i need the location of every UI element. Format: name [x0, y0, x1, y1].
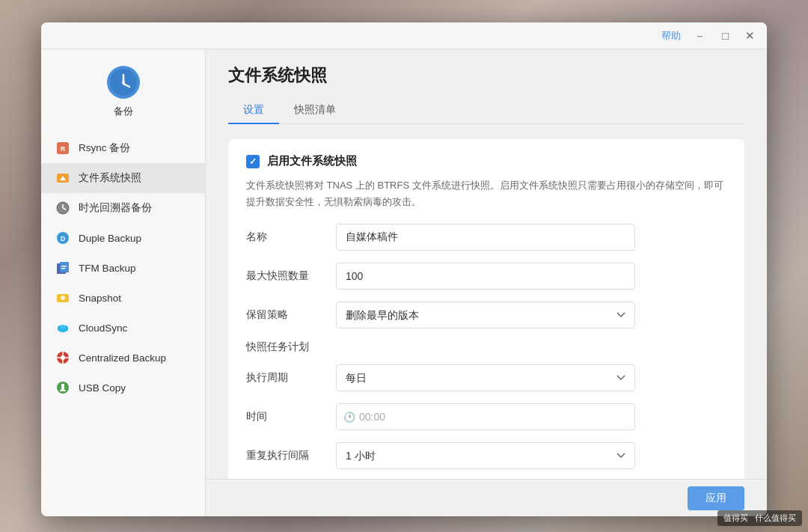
rsync-icon: R	[55, 140, 71, 156]
svg-point-19	[61, 296, 65, 300]
sidebar-item-cloudsync[interactable]: CloudSync	[41, 313, 205, 343]
restore-button[interactable]: □	[719, 28, 732, 43]
sidebar-item-centralized[interactable]: Centralized Backup	[41, 343, 205, 373]
name-input[interactable]	[336, 224, 635, 251]
watermark: 值得买 什么值得买	[717, 510, 802, 526]
form-row-time: 时间 🕐	[246, 403, 726, 430]
content-body: 启用文件系统快照 文件系统快照将对 TNAS 上的 BTRFS 文件系统进行快照…	[206, 124, 767, 516]
sidebar-app-title: 备份	[114, 105, 133, 118]
clock-icon: 🕐	[343, 412, 355, 423]
retention-control: 删除最早的版本 保留所有版本	[336, 302, 635, 328]
sidebar-label-duple: Duple Backup	[79, 233, 141, 244]
sidebar-item-duple[interactable]: D Duple Backup	[41, 223, 205, 253]
sidebar-label-snapshot: Snapshot	[79, 293, 121, 304]
content-header: 文件系统快照 设置 快照清单	[206, 49, 767, 124]
schedule-title: 快照任务计划	[246, 340, 726, 354]
tfm-icon	[55, 260, 71, 276]
svg-rect-16	[61, 266, 67, 267]
cloudsync-icon	[55, 319, 71, 336]
enable-checkbox[interactable]	[246, 155, 260, 168]
time-input-wrap: 🕐	[336, 403, 635, 430]
sidebar-item-filesystem-snapshot[interactable]: 文件系统快照	[41, 163, 205, 193]
page-title: 文件系统快照	[228, 64, 744, 87]
app-icon	[105, 64, 141, 100]
retention-label: 保留策略	[246, 308, 336, 322]
time-label: 时间	[246, 410, 336, 424]
apply-button[interactable]: 应用	[688, 486, 744, 510]
timemachine-icon	[55, 200, 71, 216]
sidebar-label-timemachine: 时光回溯器备份	[79, 201, 152, 215]
form-row-retention: 保留策略 删除最早的版本 保留所有版本	[246, 302, 726, 328]
sidebar-item-usb[interactable]: USB Copy	[41, 373, 205, 403]
sidebar: 备份 R Rsync 备份	[41, 49, 206, 516]
svg-point-23	[60, 325, 66, 329]
sidebar-item-rsync[interactable]: R Rsync 备份	[41, 133, 205, 163]
tab-snapshot-list[interactable]: 快照清单	[279, 97, 351, 124]
sidebar-label-rsync: Rsync 备份	[79, 141, 130, 155]
titlebar: 帮助 － □ ✕	[41, 22, 767, 49]
time-control: 🕐	[336, 403, 635, 430]
sidebar-item-timemachine[interactable]: 时光回溯器备份	[41, 193, 205, 223]
duple-icon: D	[55, 230, 71, 246]
tabs-bar: 设置 快照清单	[228, 97, 744, 124]
interval-label: 重复执行间隔	[246, 449, 336, 462]
period-control: 每日 每周 每月	[336, 364, 635, 391]
settings-panel: 启用文件系统快照 文件系统快照将对 TNAS 上的 BTRFS 文件系统进行快照…	[228, 139, 744, 496]
close-button[interactable]: ✕	[742, 28, 758, 43]
max-snapshots-control	[336, 263, 635, 290]
sidebar-item-snapshot[interactable]: Snapshot	[41, 283, 205, 313]
content-area: 文件系统快照 设置 快照清单 启用文件系统快照 文件系统快照将对 TNAS 上的…	[206, 49, 767, 516]
name-label: 名称	[246, 230, 336, 244]
svg-rect-31	[61, 384, 64, 390]
enable-label: 启用文件系统快照	[267, 154, 357, 168]
sidebar-label-tfm: TFM Backup	[79, 263, 136, 274]
time-input[interactable]	[336, 403, 635, 430]
svg-text:D: D	[61, 235, 66, 242]
description: 文件系统快照将对 TNAS 上的 BTRFS 文件系统进行快照。启用文件系统快照…	[246, 177, 726, 210]
sidebar-label-usb: USB Copy	[79, 382, 126, 394]
sidebar-label-centralized: Centralized Backup	[79, 352, 166, 364]
usb-icon	[55, 379, 71, 396]
sidebar-item-tfm[interactable]: TFM Backup	[41, 253, 205, 283]
svg-point-4	[122, 81, 125, 84]
centralized-icon	[55, 349, 71, 366]
main-layout: 备份 R Rsync 备份	[41, 49, 767, 516]
period-label: 执行周期	[246, 371, 336, 385]
minimize-button[interactable]: －	[691, 28, 708, 43]
max-snapshots-label: 最大快照数量	[246, 269, 336, 283]
titlebar-controls: 帮助 － □ ✕	[661, 28, 758, 43]
interval-select[interactable]: 1 小时 2 小时 4 小时 6 小时 12 小时 不重复	[336, 442, 635, 469]
snapshot2-icon	[55, 290, 71, 306]
svg-text:R: R	[61, 145, 66, 153]
sidebar-header: 备份	[41, 64, 205, 118]
sidebar-label-filesystem: 文件系统快照	[79, 171, 141, 185]
sidebar-label-cloudsync: CloudSync	[79, 322, 127, 334]
bottom-bar: 应用	[206, 479, 767, 516]
period-select[interactable]: 每日 每周 每月	[336, 364, 635, 391]
max-snapshots-input[interactable]	[336, 263, 635, 290]
svg-rect-32	[60, 390, 66, 391]
svg-rect-17	[61, 268, 65, 269]
form-row-max-snapshots: 最大快照数量	[246, 263, 726, 290]
name-control	[336, 224, 635, 251]
help-link[interactable]: 帮助	[661, 29, 681, 43]
filesystem-snapshot-icon	[55, 170, 71, 186]
interval-control: 1 小时 2 小时 4 小时 6 小时 12 小时 不重复	[336, 442, 635, 469]
retention-select[interactable]: 删除最早的版本 保留所有版本	[336, 302, 635, 328]
app-window: 帮助 － □ ✕ 备份	[41, 22, 767, 516]
enable-row: 启用文件系统快照	[246, 154, 726, 168]
form-row-interval: 重复执行间隔 1 小时 2 小时 4 小时 6 小时 12 小时 不重复	[246, 442, 726, 469]
svg-point-25	[61, 355, 65, 360]
svg-rect-15	[60, 262, 69, 272]
tab-settings[interactable]: 设置	[228, 97, 279, 124]
form-row-name: 名称	[246, 224, 726, 251]
form-row-period: 执行周期 每日 每周 每月	[246, 364, 726, 391]
